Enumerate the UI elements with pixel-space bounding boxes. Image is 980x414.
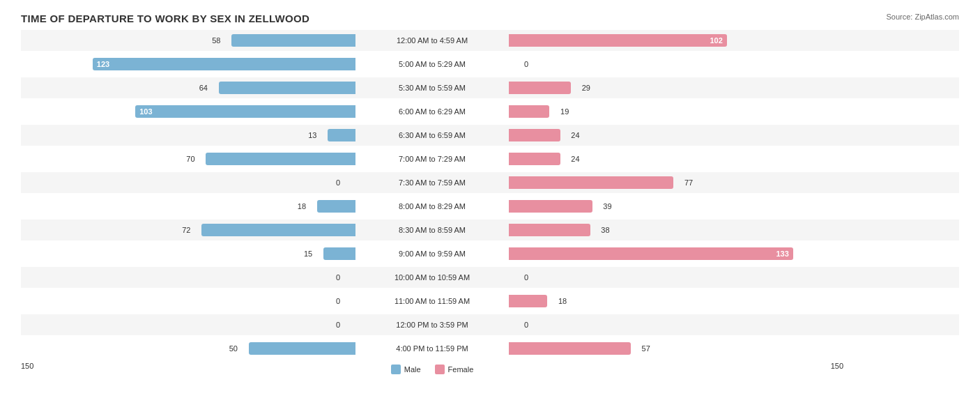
female-bar	[509, 176, 673, 189]
female-value: 102	[710, 36, 722, 45]
right-section: 102	[509, 30, 843, 51]
right-section: 18	[509, 291, 843, 312]
chart-row: 18 8:00 AM to 8:29 AM 39	[21, 196, 959, 217]
female-bar	[509, 200, 592, 213]
right-section: 57	[509, 338, 843, 359]
female-bar-wrapper: 29	[509, 82, 571, 94]
left-section: 72	[21, 220, 355, 240]
male-bar	[206, 153, 355, 165]
female-value: 0	[524, 273, 528, 282]
time-label: 10:00 AM to 10:59 AM	[355, 273, 509, 282]
male-value: 58	[212, 36, 220, 45]
male-value: 103	[139, 107, 152, 116]
male-bar-wrapper: 15	[323, 247, 355, 260]
chart-row: 0 7:30 AM to 7:59 AM 77	[21, 172, 959, 193]
chart-row: 103 6:00 AM to 6:29 AM 19	[21, 101, 959, 122]
axis-left: 150	[21, 362, 355, 374]
male-bar-wrapper: 103	[135, 105, 355, 118]
female-bar-wrapper: 19	[509, 105, 549, 118]
male-bar: 103	[135, 105, 355, 118]
chart-row: 72 8:30 AM to 8:59 AM 38	[21, 220, 959, 240]
male-value: 0	[336, 178, 340, 187]
legend-male: Male	[391, 365, 421, 374]
left-section: 0	[21, 314, 355, 335]
time-label: 4:00 PM to 11:59 PM	[355, 344, 509, 353]
time-label: 5:30 AM to 5:59 AM	[355, 84, 509, 92]
right-section: 24	[509, 148, 843, 169]
male-bar	[201, 224, 355, 236]
male-bar: 123	[93, 58, 355, 70]
male-value: 0	[336, 321, 340, 329]
right-section: 39	[509, 196, 843, 217]
female-value: 29	[582, 84, 590, 92]
chart-row: 0 11:00 AM to 11:59 AM 18	[21, 291, 959, 312]
female-bar	[509, 153, 560, 165]
male-value: 18	[298, 202, 306, 210]
legend-area: Male Female	[355, 362, 509, 374]
female-bar-wrapper: 77	[509, 176, 673, 189]
time-label: 8:00 AM to 8:29 AM	[355, 202, 509, 210]
left-section: 50	[21, 338, 355, 359]
male-bar-wrapper: 50	[249, 342, 355, 355]
right-section: 0	[509, 314, 843, 335]
male-bar-wrapper: 18	[317, 200, 355, 213]
female-value: 0	[524, 60, 528, 68]
legend-female: Female	[435, 365, 474, 374]
female-bar	[509, 82, 571, 94]
female-bar-wrapper: 102	[509, 34, 727, 47]
male-bar	[219, 82, 355, 94]
female-bar	[509, 129, 560, 141]
female-bar-wrapper: 133	[509, 247, 793, 260]
legend-male-box	[391, 365, 401, 374]
chart-row: 64 5:30 AM to 5:59 AM 29	[21, 77, 959, 98]
male-value: 50	[229, 344, 238, 353]
female-bar-wrapper: 39	[509, 200, 592, 213]
left-section: 0	[21, 291, 355, 312]
female-value: 38	[601, 226, 609, 234]
left-section: 58	[21, 30, 355, 51]
female-bar	[509, 342, 631, 355]
right-section: 38	[509, 220, 843, 240]
right-section: 0	[509, 54, 843, 75]
time-label: 9:00 AM to 9:59 AM	[355, 250, 509, 258]
female-value: 19	[560, 107, 569, 116]
chart-row: 0 10:00 AM to 10:59 AM 0	[21, 267, 959, 288]
male-bar-wrapper: 70	[206, 153, 355, 165]
male-bar	[231, 34, 355, 47]
chart-row: 13 6:30 AM to 6:59 AM 24	[21, 125, 959, 146]
female-value: 24	[571, 131, 579, 139]
legend-female-box	[435, 365, 445, 374]
right-section: 133	[509, 243, 843, 264]
male-value: 123	[97, 60, 109, 68]
male-bar	[323, 247, 355, 260]
male-bar	[328, 129, 355, 141]
left-section: 0	[21, 172, 355, 193]
female-bar-wrapper: 38	[509, 224, 590, 236]
male-value: 0	[336, 273, 340, 282]
time-label: 7:30 AM to 7:59 AM	[355, 178, 509, 187]
male-bar-wrapper: 72	[201, 224, 355, 236]
left-section: 18	[21, 196, 355, 217]
time-label: 6:30 AM to 6:59 AM	[355, 131, 509, 139]
male-value: 72	[182, 226, 190, 234]
left-section: 15	[21, 243, 355, 264]
chart-area: 58 12:00 AM to 4:59 AM 102 123 5:00 AM t…	[21, 30, 959, 359]
time-label: 12:00 PM to 3:59 PM	[355, 321, 509, 329]
female-bar	[509, 295, 547, 307]
female-bar	[509, 105, 549, 118]
male-bar-wrapper: 58	[231, 34, 355, 47]
left-section: 64	[21, 77, 355, 98]
time-label: 8:30 AM to 8:59 AM	[355, 226, 509, 234]
male-value: 13	[308, 131, 316, 139]
female-bar-wrapper: 57	[509, 342, 631, 355]
male-value: 70	[186, 155, 194, 163]
female-value: 77	[684, 178, 693, 187]
chart-container: TIME OF DEPARTURE TO WORK BY SEX IN ZELL…	[0, 0, 980, 414]
female-value: 18	[558, 297, 567, 305]
left-section: 123	[21, 54, 355, 75]
female-value: 133	[776, 250, 789, 258]
male-bar-wrapper: 123	[93, 58, 355, 70]
male-value: 0	[336, 297, 340, 305]
time-label: 5:00 AM to 5:29 AM	[355, 60, 509, 68]
axis-bottom: 150 Male Female 150	[21, 362, 959, 374]
